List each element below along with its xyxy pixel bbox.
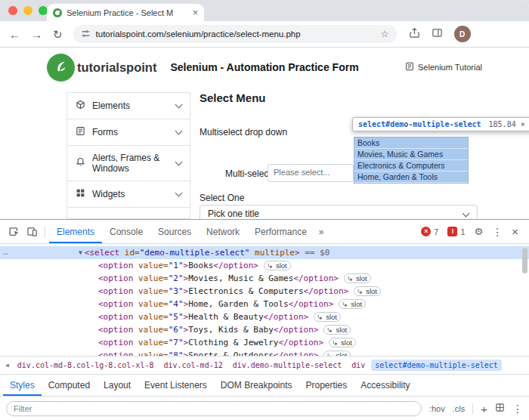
console-errors-badge[interactable]: × 7	[421, 227, 438, 236]
dom-node-option[interactable]: <option value="3">Electronics & Computer…	[0, 285, 529, 298]
close-window-button[interactable]	[8, 6, 17, 15]
more-tabs-icon[interactable]: »	[314, 227, 329, 237]
breadcrumb-item[interactable]: div.col-md-12	[159, 360, 226, 371]
toggle-element-state-button[interactable]: :hov	[429, 404, 445, 413]
tab-event-listeners[interactable]: Event Listeners	[138, 375, 214, 396]
multi-select-input[interactable]: Please select...	[268, 164, 354, 182]
back-button[interactable]: ←	[9, 29, 20, 40]
dom-node-option[interactable]: <option value="1">Books</option> slot	[0, 259, 529, 272]
slot-badge[interactable]: slot	[264, 261, 291, 270]
share-icon[interactable]	[409, 27, 420, 42]
bookmark-star-icon[interactable]: ☆	[381, 29, 389, 39]
tab-performance[interactable]: Performance	[247, 221, 314, 243]
grid-panel-icon[interactable]	[495, 403, 505, 415]
device-toolbar-icon[interactable]	[23, 226, 41, 237]
tab-styles[interactable]: Styles	[3, 375, 42, 396]
slot-badge[interactable]: slot	[344, 273, 371, 283]
selected-node-hint: == $0	[300, 248, 330, 258]
browser-window: Selenium Practice - Select M × ← → ↻ tut…	[0, 0, 529, 420]
multiselect-option[interactable]: Books	[354, 137, 468, 149]
dom-node-option[interactable]: <option value="4">Home, Garden & Tools</…	[0, 298, 529, 310]
breadcrumb-item-selected[interactable]: select#demo-multiple-select	[371, 360, 502, 371]
slot-badge-label: slot	[356, 274, 367, 283]
scrollbar-thumb[interactable]	[522, 248, 527, 273]
side-panel-icon[interactable]	[432, 27, 443, 42]
multiselect-option[interactable]: Movies, Music & Games	[354, 149, 468, 160]
profile-avatar[interactable]: D	[454, 26, 471, 42]
breadcrumb-item[interactable]: div	[348, 360, 369, 371]
slot-badge-label: slot	[341, 338, 352, 347]
tab-accessibility[interactable]: Accessibility	[354, 375, 416, 396]
reload-button[interactable]: ↻	[53, 29, 63, 40]
elements-icon	[76, 100, 85, 112]
node-text: Toys, Kids & Baby	[188, 325, 274, 335]
tab-computed[interactable]: Computed	[42, 375, 97, 396]
dom-node-option[interactable]: <option value="5">Health & Beauty</optio…	[0, 310, 529, 323]
tab-layout[interactable]: Layout	[97, 375, 138, 396]
multiselect-listbox[interactable]: Books Movies, Music & Games Electronics …	[354, 137, 469, 184]
slot-badge[interactable]: slot	[323, 351, 351, 356]
devtools-toolbar-right: × 7 ! 1 ⚙ ⋮ ×	[421, 225, 524, 238]
multiselect-option[interactable]: Home, Garden & Tools	[354, 171, 468, 183]
tab-network[interactable]: Network	[199, 221, 247, 243]
select-one-dropdown[interactable]: Pick one title	[200, 205, 478, 219]
expand-arrow-icon[interactable]: ▼	[79, 249, 82, 256]
sidebar-item-widgets[interactable]: Widgets	[67, 181, 190, 208]
breadcrumb-item[interactable]: div.col-md-8.col-lg-8.col-xl-8	[14, 360, 158, 371]
slot-badge[interactable]: slot	[354, 286, 381, 296]
tab-elements[interactable]: Elements	[49, 221, 102, 243]
minimize-window-button[interactable]	[23, 6, 32, 15]
tab-close-icon[interactable]: ×	[193, 8, 198, 18]
address-bar[interactable]: tutorialspoint.com/selenium/practice/sel…	[73, 25, 397, 43]
slot-badge[interactable]: slot	[314, 312, 341, 322]
sidebar-item-elements[interactable]: Elements	[67, 92, 190, 119]
forward-button[interactable]: →	[31, 29, 42, 40]
tab-sources[interactable]: Sources	[150, 221, 199, 243]
tab-console[interactable]: Console	[102, 221, 150, 243]
sidebar-item-forms[interactable]: Forms	[67, 119, 190, 146]
devtools-panel: Elements Console Sources Network Perform…	[0, 219, 529, 420]
chevron-down-icon	[175, 101, 183, 109]
filter-input[interactable]	[6, 401, 422, 416]
syntax-tag: <option	[98, 325, 138, 335]
slot-badge-icon	[327, 327, 333, 333]
syntax-tag: </option>	[274, 351, 319, 356]
new-style-rule-icon[interactable]: +	[481, 403, 487, 415]
issues-badge[interactable]: ! 1	[447, 227, 465, 236]
site-settings-icon[interactable]	[81, 29, 91, 40]
breadcrumb-item[interactable]: div.demo-multiple-select	[229, 360, 346, 371]
settings-gear-icon[interactable]: ⚙	[475, 226, 484, 237]
slot-badge[interactable]: slot	[329, 338, 356, 347]
kebab-menu-icon[interactable]: ⋮	[512, 403, 523, 415]
multiselect-option[interactable]: Electronics & Computers	[354, 160, 468, 171]
slot-badge-icon	[317, 314, 323, 320]
inspect-element-icon[interactable]	[5, 226, 23, 237]
crumb-scroll-left-icon[interactable]: ◀	[3, 362, 11, 369]
slot-badge[interactable]: slot	[323, 325, 351, 335]
browser-tab[interactable]: Selenium Practice - Select M ×	[47, 4, 204, 21]
tab-properties[interactable]: Properties	[299, 375, 354, 396]
tab-dom-breakpoints[interactable]: DOM Breakpoints	[214, 375, 299, 396]
syntax-value: "6"	[169, 325, 184, 335]
dom-node-select[interactable]: ▼ <select id= "demo-multiple-select" mul…	[0, 246, 529, 259]
sidebar-item-label: Elements	[92, 100, 130, 111]
selenium-tutorial-link[interactable]: Selenium Tutorial	[405, 62, 482, 73]
syntax-attr: value=	[138, 312, 169, 322]
devtools-toolbar: Elements Console Sources Network Perform…	[0, 220, 529, 244]
element-classes-button[interactable]: .cls	[453, 404, 466, 413]
slot-badge-label: slot	[326, 313, 337, 321]
dom-node-option[interactable]: <option value="2">Movies, Music & Games<…	[0, 272, 529, 285]
dom-node-option-clipped[interactable]: <option value="8">Sports & Outdoors</opt…	[0, 349, 529, 356]
site-logo[interactable]: tutorialspoint	[47, 54, 156, 82]
close-devtools-icon[interactable]: ×	[512, 225, 518, 238]
dom-node-option[interactable]: <option value="7">Clothing & Jewelry</op…	[0, 336, 529, 349]
syntax-tag: <option	[98, 338, 138, 347]
sidebar-item-label: Forms	[92, 127, 118, 137]
tab-title: Selenium Practice - Select M	[67, 8, 188, 17]
sidebar-item-alerts-frames-windows[interactable]: Alerts, Frames & Windows	[67, 145, 190, 181]
slot-badge[interactable]: slot	[339, 299, 366, 309]
sidebar-item-clipped[interactable]	[67, 207, 190, 219]
syntax-tag: >	[184, 325, 189, 335]
dom-node-option[interactable]: <option value="6">Toys, Kids & Baby</opt…	[0, 323, 529, 336]
kebab-menu-icon[interactable]: ⋮	[492, 226, 503, 238]
